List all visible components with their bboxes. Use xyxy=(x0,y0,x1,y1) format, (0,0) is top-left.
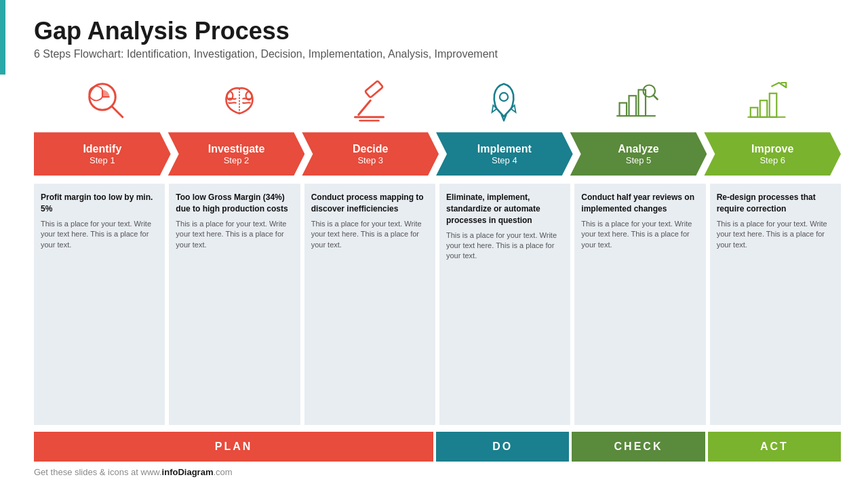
icon-cell-improve xyxy=(702,71,834,132)
card-2-text: This is a place for your text. Write you… xyxy=(176,219,293,250)
svg-rect-4 xyxy=(365,81,383,98)
label-do: DO xyxy=(436,432,569,462)
step-identify-num: Step 1 xyxy=(83,155,121,166)
svg-line-1 xyxy=(112,106,123,117)
icon-cell-analyze xyxy=(570,71,702,132)
step-improve-num: Step 6 xyxy=(751,155,793,166)
sub-title: 6 Steps Flowchart: Identification, Inves… xyxy=(34,48,841,60)
main-title: Gap Analysis Process xyxy=(34,16,841,45)
step-analyze: Analyze Step 5 xyxy=(570,132,707,176)
card-6-title: Re-design processes that require correct… xyxy=(717,192,834,215)
step-implement-num: Step 4 xyxy=(477,155,532,166)
step-investigate: Investigate Step 2 xyxy=(168,132,305,176)
svg-rect-19 xyxy=(769,94,776,117)
header: Gap Analysis Process 6 Steps Flowchart: … xyxy=(34,16,841,60)
page: Gap Analysis Process 6 Steps Flowchart: … xyxy=(0,0,868,488)
card-4-title: Eliminate, implement, standardize or aut… xyxy=(446,192,564,226)
implement-icon xyxy=(480,78,528,125)
step-decide-num: Step 3 xyxy=(353,155,388,166)
step-analyze-name: Analyze xyxy=(618,142,658,155)
icon-cell-investigate xyxy=(173,71,305,132)
card-5-title: Conduct half year reviews on implemented… xyxy=(581,192,698,215)
footer: Get these slides & icons at www.infoDiag… xyxy=(34,467,841,477)
step-decide-name: Decide xyxy=(353,142,388,155)
steps-row: Identify Step 1 Investigate Step 2 Decid… xyxy=(34,132,841,176)
step-identify-name: Identify xyxy=(83,142,121,155)
card-2-title: Too low Gross Margin (34%) due to high p… xyxy=(176,192,293,215)
improve-icon xyxy=(745,78,792,125)
icon-cell-implement xyxy=(437,71,570,132)
step-identify: Identify Step 1 xyxy=(34,132,171,176)
label-act: ACT xyxy=(708,432,841,462)
cards-row: Profit margin too low by min. 5% This is… xyxy=(34,184,841,425)
label-plan: PLAN xyxy=(34,432,433,462)
step-analyze-num: Step 5 xyxy=(618,155,658,166)
step-decide: Decide Step 3 xyxy=(302,132,439,176)
step-improve-name: Improve xyxy=(751,142,793,155)
card-4-text: This is a place for your text. Write you… xyxy=(446,230,564,262)
card-6: Re-design processes that require correct… xyxy=(710,184,841,425)
svg-point-8 xyxy=(499,93,507,101)
analyze-icon xyxy=(612,78,660,125)
card-1-title: Profit margin too low by min. 5% xyxy=(41,192,158,215)
step-implement-name: Implement xyxy=(477,142,532,155)
label-check: CHECK xyxy=(572,432,705,462)
svg-line-16 xyxy=(653,96,657,100)
svg-rect-17 xyxy=(750,108,757,117)
card-1-text: This is a place for your text. Write you… xyxy=(41,219,158,250)
card-3-title: Conduct process mapping to discover inef… xyxy=(311,192,429,215)
step-implement: Implement Step 4 xyxy=(436,132,573,176)
icons-row xyxy=(34,71,841,132)
card-4: Eliminate, implement, standardize or aut… xyxy=(439,184,570,425)
card-5-text: This is a place for your text. Write you… xyxy=(581,219,698,250)
step-investigate-num: Step 2 xyxy=(208,155,265,166)
identify-icon xyxy=(83,78,131,125)
icon-cell-identify xyxy=(41,71,173,132)
card-1: Profit margin too low by min. 5% This is… xyxy=(34,184,165,425)
card-2: Too low Gross Margin (34%) due to high p… xyxy=(169,184,300,425)
card-5: Conduct half year reviews on implemented… xyxy=(574,184,705,425)
step-investigate-name: Investigate xyxy=(208,142,265,155)
svg-rect-12 xyxy=(629,96,636,116)
icon-cell-decide xyxy=(305,71,437,132)
card-6-text: This is a place for your text. Write you… xyxy=(717,219,834,250)
svg-rect-11 xyxy=(619,103,627,116)
card-3-text: This is a place for your text. Write you… xyxy=(311,219,429,250)
step-improve: Improve Step 6 xyxy=(704,132,841,176)
investigate-icon xyxy=(216,78,263,125)
accent-bar xyxy=(0,0,5,75)
svg-line-5 xyxy=(358,100,370,115)
svg-rect-18 xyxy=(760,100,767,117)
decide-icon xyxy=(348,78,395,125)
card-3: Conduct process mapping to discover inef… xyxy=(304,184,435,425)
labels-row: PLAN DO CHECK ACT xyxy=(34,432,841,462)
